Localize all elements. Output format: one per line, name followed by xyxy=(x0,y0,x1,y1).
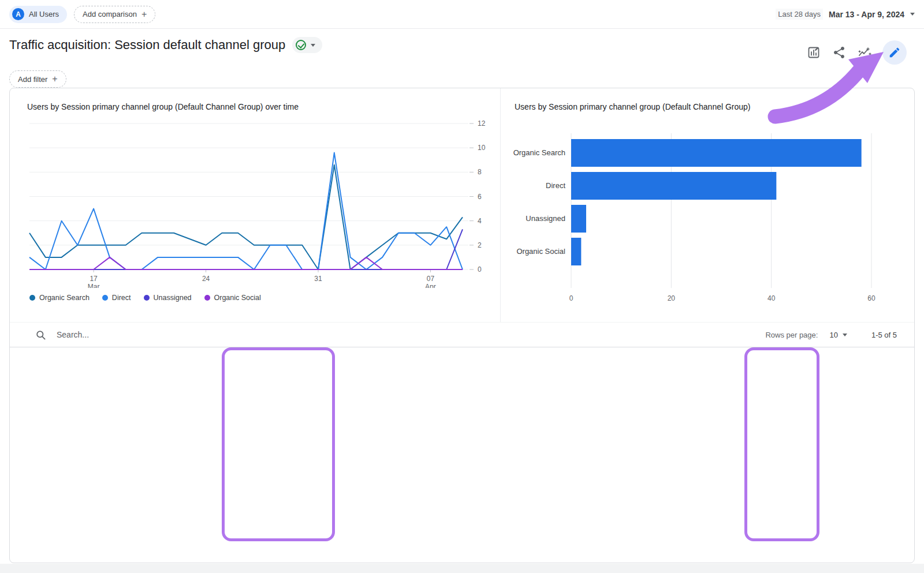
rows-per-page-label: Rows per page: xyxy=(765,331,818,339)
svg-text:10: 10 xyxy=(478,144,486,152)
bar-organic-search xyxy=(571,139,862,167)
bar-direct xyxy=(571,172,776,200)
date-range-label: Mar 13 - Apr 9, 2024 xyxy=(829,10,904,19)
svg-text:Direct: Direct xyxy=(546,181,565,190)
check-circle-icon xyxy=(296,40,306,50)
legend-item-unassigned[interactable]: Unassigned xyxy=(144,294,192,302)
svg-text:6: 6 xyxy=(478,193,482,201)
bar-unassigned xyxy=(571,205,586,233)
svg-text:8: 8 xyxy=(478,168,482,176)
add-comparison-button[interactable]: Add comparison + xyxy=(74,6,155,23)
page-title: Traffic acquisition: Session default cha… xyxy=(9,38,285,53)
search-input[interactable] xyxy=(55,329,765,340)
data-quality-badge[interactable] xyxy=(292,37,322,53)
plus-icon: + xyxy=(141,10,147,19)
svg-text:Mar: Mar xyxy=(88,283,100,288)
legend-dot xyxy=(102,295,108,301)
search-icon xyxy=(35,329,46,340)
edit-report-button[interactable] xyxy=(882,40,907,65)
legend-dot xyxy=(29,295,35,301)
report-toolbar xyxy=(806,37,915,65)
svg-text:Organic Social: Organic Social xyxy=(516,247,565,256)
share-icon[interactable] xyxy=(832,45,847,60)
legend-label: Unassigned xyxy=(154,294,192,302)
legend-dot xyxy=(204,295,210,301)
customize-report-icon[interactable] xyxy=(806,45,821,60)
audience-chip-label: All Users xyxy=(29,10,59,18)
svg-text:0: 0 xyxy=(569,294,573,302)
bar-chart[interactable]: 0204060Organic SearchDirectUnassignedOrg… xyxy=(501,117,914,308)
svg-text:Organic Search: Organic Search xyxy=(513,148,565,157)
rows-per-page-value[interactable]: 10 xyxy=(829,331,837,339)
bar-chart-title: Users by Session primary channel group (… xyxy=(501,102,914,111)
top-bar: A All Users Add comparison + Last 28 day… xyxy=(0,0,924,29)
svg-text:4: 4 xyxy=(478,217,482,225)
legend-item-organic-social[interactable]: Organic Social xyxy=(204,294,261,302)
svg-text:20: 20 xyxy=(668,294,676,302)
svg-text:2: 2 xyxy=(478,241,482,249)
table-header-row xyxy=(10,347,914,403)
edit-pencil-icon xyxy=(888,46,901,59)
add-filter-label: Add filter xyxy=(18,75,47,84)
svg-text:07: 07 xyxy=(427,275,435,283)
svg-text:31: 31 xyxy=(314,275,322,283)
legend-label: Organic Social xyxy=(214,294,261,302)
date-preset-label: Last 28 days xyxy=(776,9,823,20)
svg-text:60: 60 xyxy=(867,294,875,302)
legend-dot xyxy=(144,295,150,301)
bar-chart-panel: Users by Session primary channel group (… xyxy=(501,88,914,322)
audience-avatar: A xyxy=(12,8,24,20)
line-series-direct xyxy=(29,153,463,269)
chevron-down-icon[interactable] xyxy=(843,334,847,336)
table-search-row: Rows per page: 10 1-5 of 5 xyxy=(10,322,914,347)
audience-chip-all-users[interactable]: A All Users xyxy=(9,6,67,23)
add-filter-button[interactable]: Add filter + xyxy=(9,70,66,88)
page-bottom-strip xyxy=(0,564,924,573)
line-chart[interactable]: 02468101217Mar243107Apr xyxy=(10,115,501,288)
line-chart-panel: Users by Session primary channel group (… xyxy=(10,88,501,322)
svg-text:17: 17 xyxy=(90,275,98,283)
svg-text:24: 24 xyxy=(202,275,210,283)
line-series-organic-search xyxy=(29,165,463,269)
chevron-down-icon xyxy=(311,44,315,47)
table-totals-row xyxy=(10,403,914,437)
legend-item-direct[interactable]: Direct xyxy=(102,294,131,302)
report-card: Users by Session primary channel group (… xyxy=(9,88,915,563)
line-chart-title: Users by Session primary channel group (… xyxy=(10,102,500,111)
bar-organic-social xyxy=(571,238,581,265)
svg-text:12: 12 xyxy=(478,119,486,128)
legend-label: Direct xyxy=(112,294,131,302)
svg-text:Apr: Apr xyxy=(425,283,436,288)
legend-item-organic-search[interactable]: Organic Search xyxy=(29,294,90,302)
svg-text:40: 40 xyxy=(767,294,776,302)
pagination-label: 1-5 of 5 xyxy=(871,331,897,339)
line-chart-legend: Organic SearchDirectUnassignedOrganic So… xyxy=(10,294,500,302)
date-range-picker[interactable]: Last 28 days Mar 13 - Apr 9, 2024 xyxy=(776,9,915,20)
add-comparison-label: Add comparison xyxy=(83,10,137,18)
svg-text:Unassigned: Unassigned xyxy=(526,214,565,223)
svg-text:0: 0 xyxy=(478,265,482,274)
plus-icon: + xyxy=(52,74,57,84)
chevron-down-icon xyxy=(910,13,915,16)
insights-icon[interactable] xyxy=(857,45,872,60)
legend-label: Organic Search xyxy=(39,294,90,302)
